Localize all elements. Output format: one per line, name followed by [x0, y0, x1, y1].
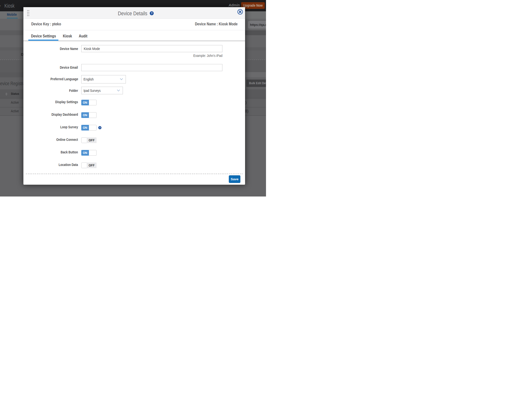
svg-text:?: ?	[151, 12, 152, 15]
svg-text:?: ?	[99, 127, 101, 129]
